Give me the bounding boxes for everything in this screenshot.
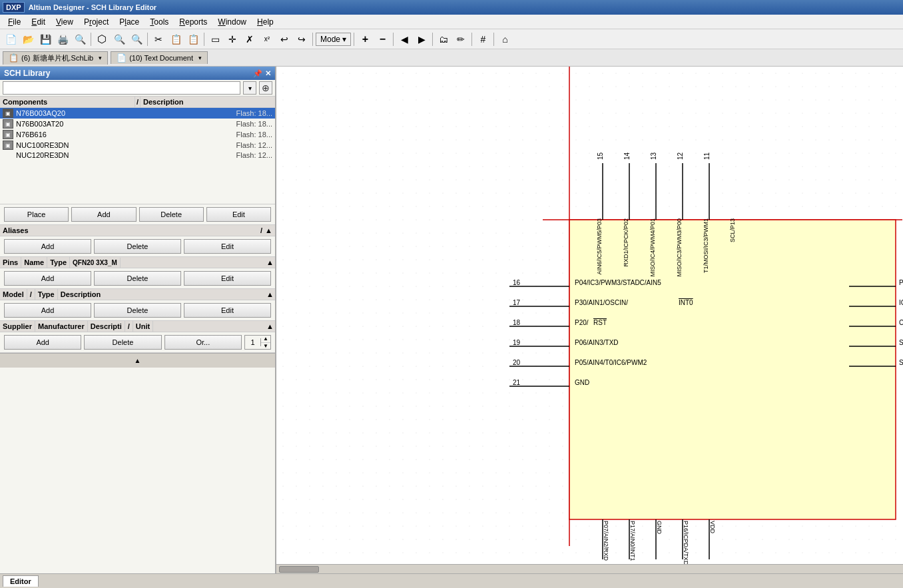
comp-name-1: N76B003AT20 xyxy=(16,120,236,128)
model-expand-icon[interactable]: ▲ xyxy=(265,289,275,300)
comp-add-button[interactable]: Add xyxy=(71,207,136,222)
toolbar-cut[interactable]: ✂ xyxy=(150,31,166,47)
toolbar-plus[interactable]: + xyxy=(357,31,373,47)
aliases-slash: / xyxy=(260,226,262,234)
pins-edit-button[interactable]: Edit xyxy=(184,271,271,286)
toolbar-open[interactable]: 📂 xyxy=(20,31,36,47)
comp-item-3[interactable]: ▣ NUC100RE3DN Flash: 12... xyxy=(0,140,275,150)
tab-textdoc[interactable]: 📄 (10) Text Document ▾ xyxy=(111,51,208,64)
svg-text:18: 18 xyxy=(513,319,521,326)
toolbar-new[interactable]: 📄 xyxy=(3,31,19,47)
comp-header-slash: / xyxy=(135,97,141,107)
spinner-up[interactable]: ▲ xyxy=(261,335,270,343)
menu-file[interactable]: File xyxy=(3,16,26,28)
supplier-expand-icon[interactable]: ▲ xyxy=(265,321,275,332)
pins-add-button[interactable]: Add xyxy=(4,271,91,286)
svg-text:GND: GND xyxy=(656,521,663,535)
svg-text:PWM1/FB/SDA: PWM1/FB/SDA xyxy=(899,279,903,286)
comp-delete-button[interactable]: Delete xyxy=(139,207,204,222)
textdoc-tab-label: (10) Text Document xyxy=(129,54,193,62)
toolbar-rect[interactable]: ▭ xyxy=(207,31,223,47)
model-delete-button[interactable]: Delete xyxy=(94,303,181,318)
spinner-arrows: ▲ ▼ xyxy=(261,335,270,350)
toolbar-undo[interactable]: ↩ xyxy=(276,31,292,47)
toolbar-x2[interactable]: x² xyxy=(259,31,275,47)
search-input[interactable] xyxy=(3,81,240,95)
hscroll-thumb[interactable] xyxy=(279,566,319,573)
horizontal-scrollbar[interactable] xyxy=(276,564,903,573)
panel-bottom: ▲ xyxy=(0,353,275,368)
toolbar-layers[interactable]: 🗂 xyxy=(436,31,452,47)
panel-bottom-arrow[interactable]: ▲ xyxy=(135,357,141,364)
comp-item-2[interactable]: ▣ N76B616 Flash: 18... xyxy=(0,129,275,140)
svg-text:T1/MOSI/IC3/PWM1: T1/MOSI/IC3/PWM1 xyxy=(703,218,709,273)
svg-text:15: 15 xyxy=(597,152,604,160)
toolbar-zoom-out[interactable]: 🔍 xyxy=(129,31,145,47)
schlib-tab-label: (6) 新塘单片机.SchLib xyxy=(21,53,93,63)
comp-item-4[interactable]: NUC120RE3DN Flash: 12... xyxy=(0,150,275,160)
supplier-delete-button[interactable]: Delete xyxy=(84,335,161,350)
toolbar-redo[interactable]: ↪ xyxy=(294,31,310,47)
toolbar-back[interactable]: ◀ xyxy=(396,31,412,47)
comp-edit-button[interactable]: Edit xyxy=(206,207,271,222)
svg-text:SS/IC7/PWM5: SS/IC7/PWM5 xyxy=(899,359,903,366)
toolbar-x1[interactable]: ✗ xyxy=(242,31,258,47)
menu-tools[interactable]: Tools xyxy=(145,16,174,28)
supplier-add-button[interactable]: Add xyxy=(4,335,81,350)
pins-delete-button[interactable]: Delete xyxy=(94,271,181,286)
menu-place[interactable]: Place xyxy=(114,16,145,28)
search-dropdown-btn[interactable]: ▾ xyxy=(243,81,256,95)
menu-edit[interactable]: Edit xyxy=(26,16,51,28)
model-type-col: Type xyxy=(35,289,58,300)
pins-qfn-col: QFN20 3X3_M xyxy=(70,258,121,268)
aliases-expand-icon[interactable]: ▲ xyxy=(265,226,272,234)
menu-reports[interactable]: Reports xyxy=(174,16,212,28)
toolbar-grid[interactable]: # xyxy=(475,31,491,47)
toolbar-copy[interactable]: 📋 xyxy=(168,31,184,47)
toolbar-cross[interactable]: ✛ xyxy=(224,31,240,47)
editor-tab[interactable]: Editor xyxy=(3,575,39,587)
place-button[interactable]: Place xyxy=(4,207,69,222)
svg-text:SCL/P13: SCL/P13 xyxy=(729,218,736,242)
toolbar-zoom-in[interactable]: 🔍 xyxy=(111,31,127,47)
main-layout: SCH Library 📌 ✕ ▾ ⊕ Components / Descrip… xyxy=(0,67,903,573)
textdoc-tab-arrow[interactable]: ▾ xyxy=(198,55,202,61)
model-add-button[interactable]: Add xyxy=(4,303,91,318)
schematic-area[interactable]: 15 14 13 12 11 AIN6/IC5/PWM5/P03 RXD1/IC… xyxy=(276,67,903,564)
aliases-edit-button[interactable]: Edit xyxy=(184,239,271,254)
dxp-logo[interactable]: DXP xyxy=(3,2,25,13)
toolbar-save[interactable]: 💾 xyxy=(37,31,53,47)
tab-schlib[interactable]: 📋 (6) 新塘单片机.SchLib ▾ xyxy=(3,51,108,65)
toolbar-sep5 xyxy=(354,33,354,46)
aliases-add-button[interactable]: Add xyxy=(4,239,91,254)
panel-pin-icon[interactable]: 📌 xyxy=(253,69,262,78)
toolbar-preview[interactable]: 🔍 xyxy=(72,31,88,47)
toolbar-component[interactable]: ⬡ xyxy=(94,31,110,47)
model-edit-button[interactable]: Edit xyxy=(184,303,271,318)
menu-window[interactable]: Window xyxy=(212,16,252,28)
titlebar: DXP Altium Designer - SCH Library Editor xyxy=(0,0,903,15)
supplier-or-button[interactable]: Or... xyxy=(164,335,242,350)
toolbar-sep1 xyxy=(91,33,91,46)
aliases-delete-button[interactable]: Delete xyxy=(94,239,181,254)
toolbar-home[interactable]: ⌂ xyxy=(497,31,513,47)
svg-text:2: 2 xyxy=(627,563,631,564)
toolbar-forward[interactable]: ▶ xyxy=(414,31,430,47)
schlib-tab-arrow[interactable]: ▾ xyxy=(99,55,102,61)
menu-help[interactable]: Help xyxy=(252,16,279,28)
add-component-btn[interactable]: ⊕ xyxy=(259,81,272,95)
toolbar-print[interactable]: 🖨️ xyxy=(55,31,71,47)
menu-project[interactable]: Project xyxy=(79,16,114,28)
panel-close-icon[interactable]: ✕ xyxy=(265,69,271,78)
comp-item-0[interactable]: ▣ N76B003AQ20 Flash: 18... xyxy=(0,108,275,119)
toolbar-paste[interactable]: 📋 xyxy=(185,31,201,47)
toolbar-mode[interactable]: Mode ▾ xyxy=(316,33,351,46)
spinner-down[interactable]: ▼ xyxy=(261,343,270,350)
svg-text:16: 16 xyxy=(513,279,521,286)
menu-view[interactable]: View xyxy=(51,16,79,28)
pins-expand-icon[interactable]: ▲ xyxy=(265,257,275,268)
comp-item-1[interactable]: ▣ N76B003AT20 Flash: 18... xyxy=(0,119,275,129)
supplier-actions: Add Delete Or... 1 ▲ ▼ xyxy=(0,332,275,353)
toolbar-minus[interactable]: − xyxy=(374,31,390,47)
toolbar-pen[interactable]: ✏ xyxy=(453,31,469,47)
